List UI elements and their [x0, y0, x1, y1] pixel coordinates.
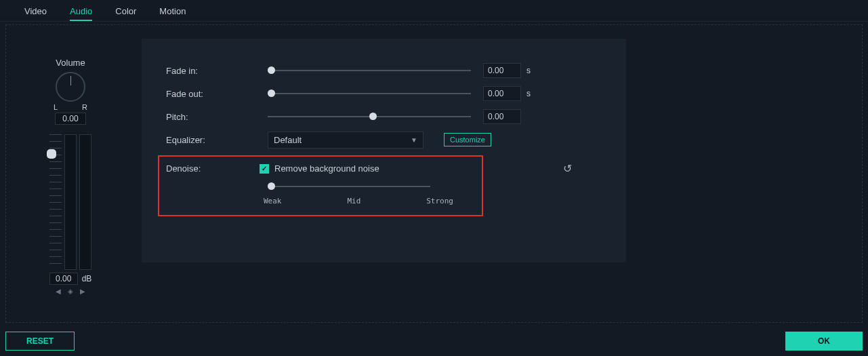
fade-out-value[interactable]: 0.00 — [483, 86, 521, 101]
prev-keyframe-icon[interactable]: ◀ — [56, 288, 61, 295]
denoise-checkbox-label: Remove background noise — [274, 163, 379, 174]
next-keyframe-icon[interactable]: ▶ — [80, 288, 85, 295]
denoise-label: Denoise: — [166, 163, 260, 174]
pan-dial[interactable] — [56, 72, 85, 102]
fade-out-row: Fade out: 0.00 s — [166, 82, 613, 105]
denoise-weak-label: Weak — [264, 197, 282, 205]
denoise-slider[interactable] — [268, 186, 430, 187]
equalizer-select[interactable]: Default ▼ — [268, 132, 423, 149]
denoise-scale-labels: Weak Mid Strong — [264, 197, 453, 205]
chevron-down-icon: ▼ — [411, 136, 417, 144]
equalizer-row: Equalizer: Default ▼ Customize — [166, 128, 613, 151]
fade-in-label: Fade in: — [166, 66, 268, 76]
volume-fader-thumb[interactable] — [47, 149, 56, 159]
pan-value[interactable]: 0.00 — [55, 113, 86, 125]
fade-in-value[interactable]: 0.00 — [483, 63, 521, 78]
reset-button[interactable]: RESET — [5, 332, 75, 351]
level-meter-right — [79, 134, 91, 270]
equalizer-selected: Default — [274, 135, 302, 145]
denoise-mid-label: Mid — [347, 197, 360, 205]
fade-in-row: Fade in: 0.00 s — [166, 59, 613, 82]
fade-in-thumb[interactable] — [268, 66, 275, 74]
pan-lr-labels: L R — [54, 103, 87, 111]
pitch-slider[interactable] — [268, 116, 471, 117]
pitch-label: Pitch: — [166, 112, 268, 122]
pan-right-label: R — [82, 103, 87, 111]
settings-panel: Fade in: 0.00 s Fade out: 0.00 s Pitch: … — [142, 39, 626, 262]
tab-audio[interactable]: Audio — [70, 4, 92, 21]
tab-color[interactable]: Color — [115, 4, 136, 21]
pan-left-label: L — [54, 103, 58, 111]
db-value[interactable]: 0.00 — [49, 273, 78, 285]
pitch-value[interactable]: 0.00 — [483, 109, 521, 124]
audio-panel: Volume L R 0.00 0.00 dB ◀ ◈ ▶ Fade in: — [5, 24, 863, 323]
fade-out-thumb[interactable] — [268, 90, 275, 97]
denoise-section: Denoise: ✓ Remove background noise Weak … — [158, 155, 483, 216]
transport-controls: ◀ ◈ ▶ — [6, 288, 135, 295]
volume-fader[interactable] — [49, 134, 62, 270]
denoise-row: Denoise: ✓ Remove background noise — [166, 163, 475, 174]
volume-title: Volume — [6, 58, 135, 68]
db-unit: dB — [82, 274, 92, 283]
level-meter-left — [64, 134, 77, 270]
fade-in-slider[interactable] — [268, 70, 471, 71]
db-readout: 0.00 dB — [6, 273, 135, 285]
volume-panel: Volume L R 0.00 0.00 dB ◀ ◈ ▶ — [6, 39, 135, 322]
add-keyframe-icon[interactable]: ◈ — [68, 288, 73, 295]
fade-out-label: Fade out: — [166, 89, 268, 99]
reset-section-icon[interactable]: ↺ — [563, 162, 572, 175]
denoise-thumb[interactable] — [268, 182, 275, 190]
fade-out-slider[interactable] — [268, 93, 471, 94]
tab-video[interactable]: Video — [24, 4, 47, 21]
tab-bar: Video Audio Color Motion — [0, 0, 868, 22]
customize-button[interactable]: Customize — [444, 133, 491, 146]
tab-motion[interactable]: Motion — [159, 4, 186, 21]
footer: RESET OK — [5, 332, 863, 351]
pitch-thumb[interactable] — [369, 113, 377, 120]
denoise-checkbox[interactable]: ✓ — [260, 164, 269, 174]
pitch-row: Pitch: 0.00 — [166, 105, 613, 128]
denoise-strong-label: Strong — [426, 197, 453, 205]
equalizer-label: Equalizer: — [166, 135, 268, 145]
fade-in-unit: s — [526, 66, 531, 75]
ok-button[interactable]: OK — [785, 332, 863, 351]
denoise-slider-wrap: Weak Mid Strong — [268, 186, 437, 205]
fade-out-unit: s — [526, 89, 531, 98]
level-meters — [6, 134, 135, 270]
